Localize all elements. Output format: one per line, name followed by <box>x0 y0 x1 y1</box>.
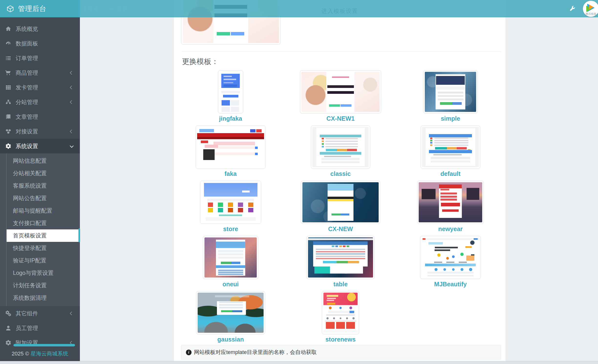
sidebar-item[interactable]: 系统概览 <box>0 21 80 36</box>
note-text: 网站模板对应template目录里面的名称，会自动获取 <box>194 349 317 356</box>
template-option[interactable]: classic <box>286 126 395 177</box>
sidebar-item-label: 系统概览 <box>16 25 38 33</box>
template-name[interactable]: classic <box>330 170 351 177</box>
sidebar-item[interactable]: 其它组件 <box>0 306 80 321</box>
info-icon: i <box>186 350 192 355</box>
sidebar-item[interactable]: 分站管理 <box>0 95 80 109</box>
sidebar-menu: 系统概览数据面板订单管理商品管理发卡管理分站管理文章管理对接设置系统设置网站信息… <box>0 17 80 350</box>
sidebar-subitem[interactable]: 系统数据清理 <box>0 292 80 304</box>
template-name[interactable]: table <box>333 281 348 288</box>
sidebar-item-label: 分站管理 <box>16 98 38 106</box>
cubes-icon <box>5 128 11 135</box>
template-option[interactable]: store <box>176 181 286 233</box>
sidebar-subitem[interactable]: 邮箱与提醒配置 <box>0 204 80 217</box>
template-name[interactable]: storenews <box>325 336 356 343</box>
template-thumb[interactable] <box>322 291 359 334</box>
template-option[interactable]: default <box>395 126 505 177</box>
template-thumb[interactable] <box>311 126 370 169</box>
section-label: 更换模板： <box>182 57 219 67</box>
sidebar-vertical-scrollbar[interactable] <box>78 228 80 242</box>
template-thumb[interactable] <box>423 70 478 113</box>
template-thumbnail-image <box>419 182 482 222</box>
sidebar-subitem[interactable]: 客服系统设置 <box>0 180 80 192</box>
sidebar-item[interactable]: 员工管理 <box>0 321 80 335</box>
template-option[interactable]: storenews <box>286 291 395 343</box>
brand[interactable]: 管理后台 <box>0 0 80 17</box>
template-option[interactable]: oneui <box>176 236 286 288</box>
template-name[interactable]: gaussian <box>217 336 244 343</box>
template-name[interactable]: faka <box>224 170 237 177</box>
template-thumb[interactable] <box>196 291 265 334</box>
template-thumbnail-image <box>422 237 479 278</box>
template-thumbnail-image <box>422 127 479 167</box>
sidebar-item-label: 文章管理 <box>16 113 38 121</box>
sidebar-item[interactable]: 商品管理 <box>0 65 80 80</box>
template-thumbnail-image <box>308 237 373 278</box>
caret-left-icon <box>70 311 74 315</box>
sidebar-subitem[interactable]: 支付接口配置 <box>0 217 80 229</box>
template-option[interactable]: newyear <box>395 181 505 233</box>
template-name[interactable]: newyear <box>438 225 463 233</box>
sidebar-item-label: 订单管理 <box>16 54 38 62</box>
user-icon <box>5 325 11 331</box>
template-thumb[interactable] <box>307 236 374 279</box>
sidebar-subitem[interactable]: 首页模板设置 <box>0 229 80 242</box>
sidebar-item[interactable]: 对接设置 <box>0 124 80 139</box>
template-name[interactable]: CX-NEW1 <box>326 115 354 122</box>
template-thumb[interactable] <box>417 181 484 224</box>
sidebar-horizontal-scrollbar[interactable] <box>13 344 75 346</box>
template-thumbnail-image <box>220 72 242 112</box>
template-thumb[interactable] <box>200 181 261 224</box>
sidebar-item-label: 发卡管理 <box>16 84 38 91</box>
template-thumbnail-image <box>204 237 257 278</box>
template-option[interactable]: faka <box>176 126 286 177</box>
template-option[interactable]: simple <box>395 70 505 122</box>
sidebar-subitem[interactable]: 计划任务设置 <box>0 279 80 292</box>
sidebar-item[interactable]: 附加设置 <box>0 335 80 350</box>
template-name[interactable]: CX-NEW <box>328 225 353 233</box>
template-thumb[interactable] <box>203 236 258 279</box>
template-option[interactable]: MJBeautify <box>395 236 505 288</box>
book-icon <box>5 114 11 120</box>
template-option[interactable]: CX-NEW <box>286 181 395 233</box>
caret-left-icon <box>70 129 74 133</box>
sidebar-item[interactable]: 订单管理 <box>0 51 80 65</box>
template-thumb[interactable] <box>301 181 380 224</box>
gear-icon <box>5 340 11 346</box>
template-name[interactable]: jingfaka <box>219 115 242 122</box>
template-thumb[interactable] <box>420 236 481 279</box>
sidebar-subitem[interactable]: 分站相关配置 <box>0 167 80 180</box>
sidebar-subitem[interactable]: 网站公告配置 <box>0 192 80 204</box>
sidebar-item[interactable]: 数据面板 <box>0 36 80 51</box>
template-name[interactable]: simple <box>441 115 460 122</box>
footer-brand-link[interactable]: 星海云商城系统 <box>31 351 68 357</box>
template-thumb[interactable] <box>300 70 381 113</box>
template-thumbnail-image <box>301 72 380 112</box>
wrench-tools-button[interactable] <box>569 5 576 12</box>
sidebar-subitem[interactable]: 快捷登录配置 <box>0 242 80 254</box>
template-name[interactable]: MJBeautify <box>434 281 467 288</box>
template-name[interactable]: oneui <box>223 281 239 288</box>
template-note: i 网站模板对应template目录里面的名称，会自动获取 <box>181 345 501 360</box>
template-thumb[interactable] <box>218 70 243 113</box>
sidebar-item[interactable]: 文章管理 <box>0 109 80 124</box>
sidebar-subitem[interactable]: 网站信息配置 <box>0 155 80 167</box>
sidebar-item-label: 其它组件 <box>16 310 38 317</box>
template-thumbnail-image <box>425 72 476 112</box>
template-option[interactable]: CX-NEW1 <box>286 70 395 122</box>
template-thumb[interactable] <box>421 126 480 169</box>
template-thumb[interactable] <box>196 126 266 169</box>
template-option[interactable]: gaussian <box>176 291 286 343</box>
sidebar-item[interactable]: 系统设置 <box>0 139 80 153</box>
browser-site-logo[interactable]: 腾讯视频 <box>583 1 598 17</box>
template-option[interactable]: jingfaka <box>176 70 286 122</box>
sidebar-item-label: 商品管理 <box>16 69 38 77</box>
page-horizontal-scrollbar[interactable] <box>0 361 598 364</box>
sidebar-footer: 2025 © 星海云商城系统 <box>0 350 80 357</box>
sidebar-subitem[interactable]: 验证与IP配置 <box>0 254 80 267</box>
template-option[interactable]: table <box>286 236 395 288</box>
sidebar-item[interactable]: 发卡管理 <box>0 80 80 95</box>
sidebar-subitem[interactable]: Logo与背景设置 <box>0 267 80 279</box>
template-name[interactable]: store <box>223 225 238 233</box>
template-name[interactable]: default <box>440 170 460 177</box>
